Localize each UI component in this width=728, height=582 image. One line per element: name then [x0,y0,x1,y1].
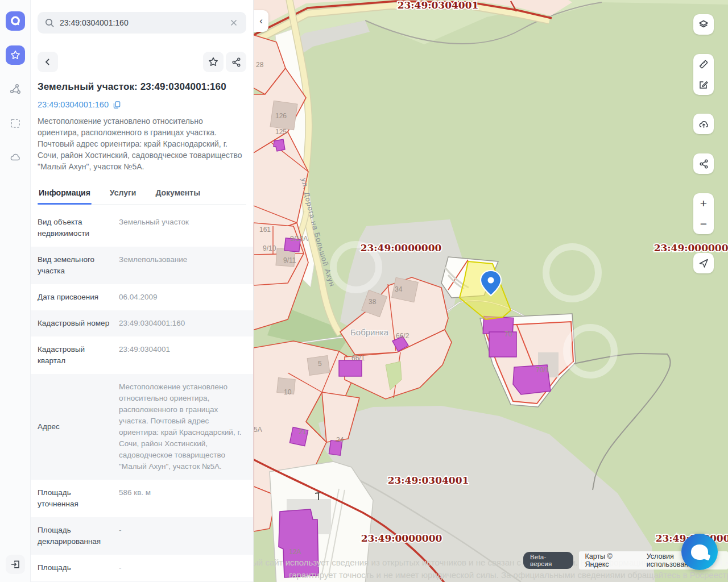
copy-icon[interactable] [113,101,121,109]
map-area: ул. Дорога на Большой Ахун Бобринка 28 1… [254,0,728,582]
zoom-in-button[interactable]: + [693,193,714,214]
sidebar-item-select-area[interactable] [6,114,25,133]
svg-text:125: 125 [275,128,287,136]
object-card-header [38,52,246,72]
map-canvas[interactable]: ул. Дорога на Большой Ахун Бобринка 28 1… [254,0,728,582]
info-table: Вид объекта недвижимости Земельный участ… [31,209,253,582]
cloud-upload-icon [698,118,710,130]
app-logo[interactable] [6,11,25,31]
cadastral-number-row: 23:49:0304001:160 [38,100,246,109]
tab-documents[interactable]: Документы [154,185,201,204]
details-panel: Земельный участок: 23:49:0304001:160 23:… [31,0,254,582]
ruler-icon [698,59,709,70]
chat-icon [691,544,708,560]
svg-text:70: 70 [504,330,512,338]
favorite-button[interactable] [203,52,224,72]
place-label: Бобринка [350,327,389,337]
measure-draw-group [693,54,714,95]
svg-text:23:49:0000000: 23:49:0000000 [361,533,442,544]
building-capital[interactable] [489,332,516,357]
table-row: Вид объекта недвижимости Земельный участ… [31,209,253,247]
svg-text:126: 126 [275,112,287,120]
table-row: Кадастровый квартал 23:49:0304001 [31,336,253,374]
sidebar-item-cloud[interactable] [6,148,25,167]
table-row: Площадь декларированная - [31,517,253,555]
building-capital[interactable] [279,509,318,577]
share-icon [231,57,242,68]
dashed-square-icon [10,118,21,129]
back-button[interactable] [38,52,58,72]
sidebar-item-graph[interactable] [6,80,25,99]
tab-bar: Информация Услуги Документы [38,185,246,205]
yandex-copyright-link[interactable]: Карты © Яндекс [585,552,636,568]
zoom-group: + − [693,193,714,234]
svg-text:9/10А: 9/10А [290,235,308,243]
svg-text:28: 28 [256,61,264,69]
share-button[interactable] [226,52,246,72]
upload-button[interactable] [693,114,714,134]
svg-text:38: 38 [369,298,377,306]
table-row: Адрес Местоположение установлено относит… [31,374,253,480]
svg-text:66/1: 66/1 [351,354,365,362]
svg-text:34: 34 [395,285,403,293]
login-button[interactable] [6,555,25,574]
svg-text:9/11: 9/11 [283,256,296,264]
layers-button[interactable] [693,14,714,35]
svg-text:23:49:0304001: 23:49:0304001 [388,475,469,486]
svg-text:24: 24 [336,436,344,444]
tab-services[interactable]: Услуги [109,185,138,204]
table-row: Площадь - [31,555,253,581]
svg-text:12А: 12А [289,548,301,556]
edit-pencil-icon [698,79,709,90]
svg-text:23:49:0304001: 23:49:0304001 [398,0,479,11]
logo-bubble-icon [9,15,22,27]
navigate-arrow-icon [698,257,709,269]
zoom-out-button[interactable]: − [693,214,714,234]
svg-text:5: 5 [318,360,322,368]
svg-text:10: 10 [284,388,292,396]
network-icon [9,83,22,95]
close-icon [229,18,238,27]
svg-text:21: 21 [299,428,307,436]
star-icon [10,49,21,61]
share-map-button[interactable] [693,153,714,174]
layers-icon [698,19,709,30]
locate-button[interactable] [693,253,714,273]
svg-text:23:49:0000000: 23:49:0000000 [654,242,728,253]
object-description: Местоположение установлено относительно … [38,115,246,172]
page-title: Земельный участок: 23:49:0304001:160 [38,81,246,93]
table-row: Кадастровый номер 23:49:0304001:160 [31,310,253,336]
map-controls: + − [693,14,714,273]
table-row: Дата присвоения 06.04.2009 [31,284,253,310]
left-toolbar [0,0,31,582]
svg-text:23:49:0000000: 23:49:0000000 [361,242,442,253]
ruler-button[interactable] [693,54,714,74]
beta-badge: Beta-версия [523,552,573,569]
search-bar [38,12,246,34]
collapse-panel-button[interactable]: ‹ [254,10,268,32]
chevron-left-icon [43,57,52,66]
share-icon [698,159,709,169]
login-icon [10,559,21,570]
svg-text:66/2: 66/2 [396,332,410,340]
clear-search-button[interactable] [228,17,239,28]
svg-text:161: 161 [259,226,271,234]
cloud-icon [9,151,22,164]
svg-text:9/10: 9/10 [263,244,276,252]
table-row: Вид земельного участка Землепользование [31,247,253,284]
draw-button[interactable] [693,74,714,95]
support-chat-button[interactable] [681,534,718,570]
tab-information[interactable]: Информация [38,185,92,204]
cadastral-number-link[interactable]: 23:49:0304001:160 [38,100,109,109]
search-icon [44,18,55,28]
parcel-12a-zone[interactable] [270,462,373,582]
search-input[interactable] [60,18,228,27]
table-row: Площадь уточненная 586 кв. м [31,480,253,517]
sidebar-item-favorites[interactable] [6,45,25,65]
app-root: Земельный участок: 23:49:0304001:160 23:… [0,0,728,582]
star-icon [208,56,219,68]
svg-text:70/1: 70/1 [536,366,549,374]
svg-text:5А: 5А [254,426,262,434]
